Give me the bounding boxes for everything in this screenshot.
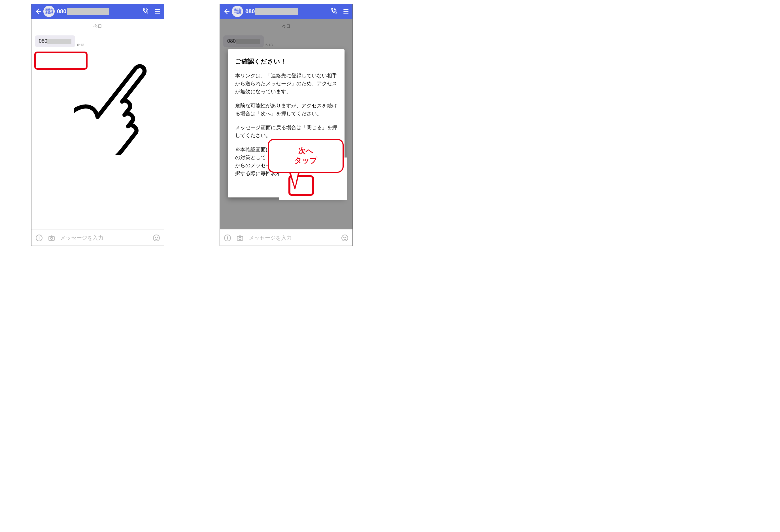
svg-point-8	[239, 237, 241, 239]
message-input-placeholder[interactable]: メッセージを入力	[60, 234, 153, 242]
message-input-bar: メッセージを入力	[32, 229, 164, 246]
chat-body: 今日 080 6:13	[32, 19, 164, 229]
svg-rect-7	[237, 236, 243, 240]
chat-body: 今日 080 6:13 ご確認ください！ 本リンクは、「連絡先に登録していない相…	[220, 19, 352, 229]
emoji-icon[interactable]	[341, 234, 348, 242]
contact-avatar-badge: 連絡先 未登録	[43, 6, 55, 17]
svg-point-5	[157, 237, 157, 237]
chat-title-mask	[255, 8, 298, 15]
call-icon[interactable]	[330, 8, 337, 15]
annotation-callout: 次へ タップ	[268, 139, 344, 173]
chat-title: 080	[57, 8, 109, 15]
svg-point-9	[342, 235, 348, 241]
svg-point-4	[155, 237, 156, 237]
plus-icon[interactable]	[36, 234, 43, 242]
message-input-bar: メッセージを入力	[220, 229, 352, 246]
camera-icon[interactable]	[48, 234, 55, 242]
chat-header: 連絡先 未登録 080	[220, 4, 352, 19]
phone-screenshot-right: 連絡先 未登録 080 今日 080 6:13 ご確認ください！ 本リンクは、「…	[220, 4, 353, 246]
svg-point-11	[345, 237, 346, 237]
svg-point-10	[344, 237, 344, 237]
message-bubble[interactable]: 080	[35, 35, 76, 47]
annotation-red-box-bubble	[34, 52, 88, 70]
call-icon[interactable]	[141, 8, 149, 15]
contact-avatar-badge: 連絡先 未登録	[232, 6, 243, 17]
plus-icon[interactable]	[224, 234, 231, 242]
chat-title: 080	[245, 8, 298, 15]
chat-title-mask	[67, 8, 109, 15]
svg-point-3	[153, 235, 159, 241]
chat-title-prefix: 080	[245, 8, 255, 15]
dialog-para-3: メッセージ画面に戻る場合は「閉じる」を押してください。	[235, 124, 337, 140]
back-arrow-icon[interactable]	[223, 8, 230, 15]
message-number-mask	[47, 39, 71, 44]
message-input-placeholder[interactable]: メッセージを入力	[249, 234, 341, 242]
chat-header: 連絡先 未登録 080	[32, 4, 164, 19]
callout-line-2: タップ	[294, 156, 317, 164]
callout-line-1: 次へ	[298, 146, 313, 155]
message-number-prefix: 080	[39, 38, 47, 44]
phone-screenshot-left: 連絡先 未登録 080 今日 080 6:13 メッセージを入力	[31, 4, 164, 246]
menu-icon[interactable]	[154, 8, 161, 15]
dialog-para-2: 危険な可能性がありますが、アクセスを続ける場合は「次へ」を押してください。	[235, 102, 337, 118]
date-label: 今日	[32, 19, 164, 29]
svg-rect-1	[49, 236, 54, 240]
menu-icon[interactable]	[342, 8, 350, 15]
pointer-hand-icon	[74, 58, 159, 155]
back-arrow-icon[interactable]	[34, 8, 42, 15]
chat-title-prefix: 080	[57, 8, 66, 15]
message-row: 080 6:13	[35, 35, 164, 47]
dialog-para-1: 本リンクは、「連絡先に登録していない相手から送られたメッセージ」のため、アクセス…	[235, 72, 337, 96]
svg-point-2	[50, 237, 53, 239]
emoji-icon[interactable]	[153, 234, 160, 242]
dialog-title: ご確認ください！	[235, 57, 337, 66]
message-timestamp: 6:13	[77, 43, 84, 47]
confirm-dialog: ご確認ください！ 本リンクは、「連絡先に登録していない相手から送られたメッセージ…	[228, 49, 345, 197]
camera-icon[interactable]	[236, 234, 244, 242]
